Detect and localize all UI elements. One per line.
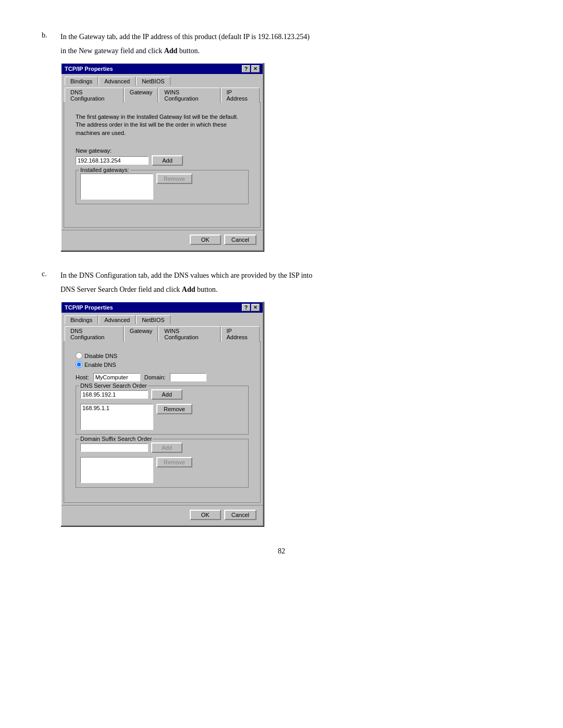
tab-row-2: DNS Configuration Gateway WINS Configura… [62,85,263,102]
dns-buttons: Remove [156,404,192,414]
titlebar-buttons: ? ✕ [242,65,260,72]
dialog1-bottom: OK Cancel [62,230,263,250]
tab-dns-config[interactable]: DNS Configuration [65,88,124,103]
installed-gateways-group: Installed gateways: Remove [76,170,249,204]
dialog-gateway-title: TCP/IP Properties [65,66,113,72]
gateway-remove-button[interactable]: Remove [156,174,192,184]
dialog-dns-wrapper: TCP/IP Properties ? ✕ Bindings Advanced … [60,301,521,526]
installed-gateways-buttons: Remove [156,174,192,184]
host-label: Host: [76,374,89,380]
dialog-gateway-wrapper: TCP/IP Properties ? ✕ Bindings Advanced … [60,63,521,251]
dns-search-order-group: DNS Server Search Order Add 168.95.1.1 R… [76,386,249,435]
dns-list-item[interactable]: 168.95.1.1 [81,405,152,411]
installed-gateways-label: Installed gateways: [79,167,130,173]
tab-netbios[interactable]: NetBIOS [136,77,170,85]
instruction-b: b. In the Gateway tab, add the IP addres… [42,31,521,251]
dns-listbox[interactable]: 168.95.1.1 [80,404,153,430]
dialog2-bottom: OK Cancel [62,505,263,525]
tab2-advanced[interactable]: Advanced [99,315,136,324]
dns-search-order-label: DNS Server Search Order [79,382,148,389]
host-domain-row: Host: Domain: [76,373,249,381]
dialog2-tabs: Bindings Advanced NetBIOS DNS Configurat… [62,313,263,341]
new-gateway-input[interactable] [76,156,149,165]
disable-dns-radio[interactable] [76,352,82,359]
new-gateway-label: New gateway: [76,147,249,154]
tab2-gateway[interactable]: Gateway [124,326,158,342]
disable-dns-label: Disable DNS [84,353,117,359]
tab-gateway[interactable]: Gateway [124,88,158,103]
dialog1-tabs: Bindings Advanced NetBIOS DNS Configurat… [62,74,263,102]
host-input[interactable] [93,373,140,381]
instruction-c-text2: DNS Server Search Order field and click … [60,284,521,295]
new-gateway-row: Add [76,155,249,166]
close-button-2[interactable]: ✕ [251,304,260,311]
dialog2-cancel-button[interactable]: Cancel [224,510,256,520]
domain-suffix-label: Domain Suffix Search Order [79,436,153,442]
suffix-remove-button[interactable]: Remove [156,457,192,467]
dialog1-ok-button[interactable]: OK [190,235,221,245]
page-number: 82 [42,547,521,556]
enable-dns-row: Enable DNS [76,361,249,368]
tab-bindings[interactable]: Bindings [65,77,98,85]
domain-suffix-group: Domain Suffix Search Order Add Remove [76,439,249,488]
dialog-dns: TCP/IP Properties ? ✕ Bindings Advanced … [60,301,264,526]
dialog-dns-title: TCP/IP Properties [65,304,113,311]
dns-list-content: 168.95.1.1 Remove [80,404,244,430]
dns-server-input[interactable] [80,390,148,399]
titlebar-buttons-2: ? ✕ [242,304,260,311]
close-button[interactable]: ✕ [251,65,260,72]
tab-row-2-1: Bindings Advanced NetBIOS [62,313,263,324]
installed-gateways-content: Remove [80,174,244,200]
domain-input[interactable] [170,373,206,381]
disable-dns-row: Disable DNS [76,352,249,359]
tab-wins[interactable]: WINS Configuration [158,88,220,103]
instruction-c: c. In the DNS Configuration tab, add the… [42,270,521,526]
instruction-c-text: In the DNS Configuration tab, add the DN… [60,270,312,281]
dialog2-tab-content: Disable DNS Enable DNS Host: Domain: [64,341,261,503]
enable-dns-radio[interactable] [76,361,82,368]
dialog-dns-titlebar: TCP/IP Properties ? ✕ [62,302,263,313]
instruction-c-label: c. [42,270,60,281]
help-button-2[interactable]: ? [242,304,250,311]
instruction-b-label: b. [42,31,60,42]
tab2-bindings[interactable]: Bindings [65,315,98,324]
help-button[interactable]: ? [242,65,250,72]
gateway-add-button[interactable]: Add [152,155,183,166]
dialog1-body: The first gateway in the Installed Gatew… [69,108,255,222]
instruction-b-text2: in the New gateway field and click Add b… [60,45,521,56]
tab2-wins[interactable]: WINS Configuration [158,326,220,342]
tab2-ip[interactable]: IP Address [221,326,260,342]
tab-row-2-2: DNS Configuration Gateway WINS Configura… [62,324,263,341]
suffix-input-row: Add [80,442,244,453]
gateway-info-text: The first gateway in the Installed Gatew… [76,113,249,137]
tab-ip[interactable]: IP Address [221,88,260,103]
tab2-dns-config[interactable]: DNS Configuration [65,326,124,342]
dns-remove-button[interactable]: Remove [156,404,192,414]
dialog2-ok-button[interactable]: OK [190,510,221,520]
dialog-gateway: TCP/IP Properties ? ✕ Bindings Advanced … [60,63,264,251]
installed-gateways-listbox[interactable] [80,174,153,200]
dialog-gateway-titlebar: TCP/IP Properties ? ✕ [62,64,263,74]
suffix-listbox[interactable] [80,457,153,483]
dialog2-body: Disable DNS Enable DNS Host: Domain: [69,347,255,497]
suffix-add-button[interactable]: Add [151,442,182,453]
tab-advanced[interactable]: Advanced [99,77,136,85]
dialog1-cancel-button[interactable]: Cancel [224,235,256,245]
dns-add-button[interactable]: Add [151,389,182,400]
enable-dns-label: Enable DNS [84,362,116,368]
tab2-netbios[interactable]: NetBIOS [136,315,170,324]
dns-input-row: Add [80,389,244,400]
suffix-buttons: Remove [156,457,192,467]
domain-label: Domain: [144,374,166,380]
tab-row-1: Bindings Advanced NetBIOS [62,74,263,85]
dialog1-tab-content: The first gateway in the Installed Gatew… [64,102,261,228]
suffix-list-content: Remove [80,457,244,483]
instruction-b-text: In the Gateway tab, add the IP address o… [60,31,310,42]
suffix-input[interactable] [80,443,148,452]
